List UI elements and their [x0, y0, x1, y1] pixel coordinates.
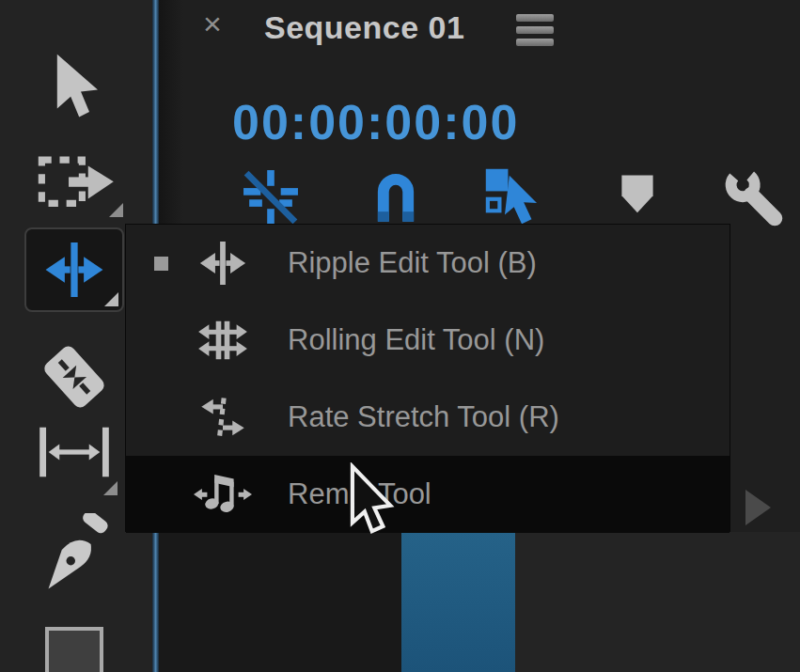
selected-check-icon: [154, 257, 168, 271]
snap-magnet-icon: [369, 169, 423, 226]
pen-tool-button[interactable]: [39, 513, 111, 603]
selection-tool-icon: [43, 53, 102, 120]
nest-sequences-button[interactable]: [241, 167, 301, 231]
remix-tool-icon: [194, 471, 252, 518]
panel-menu-hamburger-icon[interactable]: [516, 14, 554, 51]
nest-sequences-icon: [241, 167, 301, 227]
flyout-indicator-icon: [104, 292, 118, 306]
linked-selection-icon: [483, 166, 543, 227]
flyout-indicator-icon: [109, 203, 123, 217]
rectangle-tool-icon: [44, 626, 104, 672]
timeline-clip[interactable]: [401, 532, 515, 672]
razor-tool-icon: [38, 335, 111, 419]
slip-tool-button[interactable]: [36, 423, 113, 485]
slip-tool-icon: [36, 423, 113, 481]
menu-item-label: Ripple Edit Tool (B): [288, 246, 729, 280]
mouse-pointer-icon: [349, 462, 398, 545]
rolling-edit-icon: [197, 319, 248, 362]
timeline-track-area: [159, 532, 401, 672]
selection-tool-button[interactable]: [43, 53, 102, 124]
rate-stretch-icon: [199, 396, 246, 439]
timeline-settings-button[interactable]: [722, 165, 786, 233]
right-triangle-icon[interactable]: [745, 490, 771, 525]
menu-item-rolling-edit-tool[interactable]: Rolling Edit Tool (N): [126, 302, 729, 379]
menu-item-remix-tool[interactable]: Remix Tool: [126, 456, 729, 533]
razor-tool-button[interactable]: [38, 335, 111, 423]
linked-selection-button[interactable]: [483, 166, 543, 230]
menu-item-label: Rolling Edit Tool (N): [288, 323, 729, 357]
pen-tool-icon: [39, 513, 111, 600]
timeline-settings-wrench-icon: [722, 165, 786, 229]
menu-item-ripple-edit-tool[interactable]: Ripple Edit Tool (B): [126, 225, 729, 302]
tab-title[interactable]: Sequence 01: [264, 9, 464, 46]
timeline-track-area-right: [515, 532, 800, 672]
track-select-forward-icon: [36, 148, 117, 216]
ripple-edit-tool-button[interactable]: [24, 227, 124, 312]
snap-toggle-button[interactable]: [369, 169, 423, 229]
menu-item-rate-stretch-tool[interactable]: Rate Stretch Tool (R): [126, 379, 729, 456]
ripple-edit-icon: [43, 242, 105, 297]
playhead-timecode[interactable]: 00:00:00:00: [232, 94, 519, 150]
ripple-edit-icon: [198, 242, 247, 285]
tab-close-icon[interactable]: ×: [203, 8, 222, 39]
add-marker-button[interactable]: [619, 173, 656, 220]
track-select-forward-tool-button[interactable]: [36, 148, 117, 220]
rectangle-tool-button[interactable]: [44, 626, 104, 672]
flyout-indicator-icon: [103, 481, 118, 495]
add-marker-icon: [619, 173, 656, 216]
menu-item-label: Rate Stretch Tool (R): [288, 400, 729, 434]
tool-flyout-menu: Ripple Edit Tool (B) Rolling Edit Tool (…: [125, 224, 730, 532]
